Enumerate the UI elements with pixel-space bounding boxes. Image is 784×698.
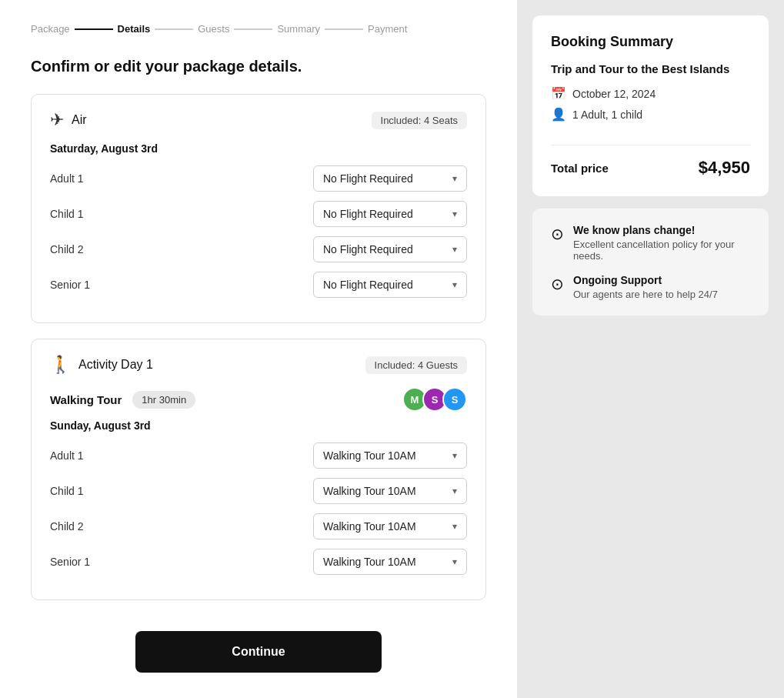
- left-panel: Package Details Guests Summary Payment C…: [0, 0, 517, 698]
- activity-guest-row-1: Child 1 Walking Tour 10AM ▾: [50, 478, 467, 504]
- air-guest-label-1: Child 1: [50, 208, 112, 220]
- air-guest-select-1[interactable]: No Flight Required ▾: [313, 201, 467, 227]
- step-guests: Guests: [198, 23, 229, 35]
- booking-date-row: 📅 October 12, 2024: [551, 86, 750, 101]
- chevron-down-icon: ▾: [452, 209, 457, 219]
- step-line-3: [234, 28, 272, 30]
- policy-text-0: We know plans change! Excellent cancella…: [573, 224, 750, 262]
- booking-summary-card: Booking Summary Trip and Tour to the Bes…: [532, 15, 769, 196]
- air-date: Saturday, August 3rd: [50, 142, 467, 155]
- step-summary: Summary: [277, 23, 320, 35]
- air-guest-select-3[interactable]: No Flight Required ▾: [313, 272, 467, 298]
- chevron-down-icon: ▾: [452, 173, 457, 184]
- air-guest-row-0: Adult 1 No Flight Required ▾: [50, 165, 467, 192]
- step-package: Package: [31, 23, 70, 35]
- policy-desc-0: Excellent cancellation policy for your n…: [573, 239, 750, 262]
- air-guest-row-3: Senior 1 No Flight Required ▾: [50, 272, 467, 298]
- chevron-down-icon: ▾: [452, 450, 457, 461]
- air-guest-label-2: Child 2: [50, 243, 112, 255]
- booking-guests: 1 Adult, 1 child: [572, 109, 642, 121]
- duration-badge: 1hr 30min: [132, 391, 195, 409]
- activity-section-header: 🚶 Activity Day 1 Included: 4 Guests: [50, 355, 467, 375]
- policy-item-1: ⊙ Ongoing Support Our agents are here to…: [551, 274, 750, 300]
- activity-guest-row-0: Adult 1 Walking Tour 10AM ▾: [50, 443, 467, 469]
- activity-badge: Included: 4 Guests: [365, 356, 467, 374]
- air-guest-select-2[interactable]: No Flight Required ▾: [313, 236, 467, 262]
- page-title: Confirm or edit your package details.: [31, 58, 486, 75]
- policy-title-1: Ongoing Support: [573, 274, 718, 286]
- policy-card: ⊙ We know plans change! Excellent cancel…: [532, 209, 769, 316]
- air-guest-select-0[interactable]: No Flight Required ▾: [313, 165, 467, 192]
- air-icon: ✈: [50, 110, 64, 130]
- avatars: M S S: [407, 387, 467, 412]
- chevron-down-icon: ▾: [452, 244, 457, 255]
- policy-desc-1: Our agents are here to help 24/7: [573, 289, 718, 300]
- air-header-left: ✈ Air: [50, 110, 87, 130]
- booking-guests-row: 👤 1 Adult, 1 child: [551, 107, 750, 122]
- policy-text-1: Ongoing Support Our agents are here to h…: [573, 274, 718, 300]
- chevron-down-icon: ▾: [452, 486, 457, 496]
- chevron-down-icon: ▾: [452, 556, 457, 567]
- activity-header-left: 🚶 Activity Day 1: [50, 355, 153, 375]
- activity-guest-row-2: Child 2 Walking Tour 10AM ▾: [50, 513, 467, 539]
- activity-icon: 🚶: [50, 355, 71, 375]
- avatar-s2: S: [442, 387, 467, 412]
- booking-summary-title: Booking Summary: [551, 34, 750, 50]
- air-section: ✈ Air Included: 4 Seats Saturday, August…: [31, 94, 486, 323]
- air-title: Air: [72, 113, 87, 127]
- air-guest-label-3: Senior 1: [50, 279, 112, 291]
- walking-tour-row: Walking Tour 1hr 30min M S S: [50, 387, 467, 412]
- activity-guest-label-2: Child 2: [50, 520, 112, 533]
- activity-guest-label-0: Adult 1: [50, 449, 112, 462]
- activity-guest-label-1: Child 1: [50, 485, 112, 497]
- right-panel: Booking Summary Trip and Tour to the Bes…: [517, 0, 784, 698]
- step-details: Details: [118, 23, 151, 35]
- calendar-icon: 📅: [551, 86, 566, 101]
- step-payment: Payment: [368, 23, 407, 35]
- total-row: Total price $4,950: [551, 145, 750, 178]
- check-icon-0: ⊙: [551, 225, 564, 243]
- activity-guest-select-0[interactable]: Walking Tour 10AM ▾: [313, 443, 467, 469]
- activity-guest-select-2[interactable]: Walking Tour 10AM ▾: [313, 513, 467, 539]
- policy-item-0: ⊙ We know plans change! Excellent cancel…: [551, 224, 750, 262]
- trip-title: Trip and Tour to the Best Islands: [551, 62, 750, 75]
- chevron-down-icon: ▾: [452, 279, 457, 290]
- step-line-2: [155, 28, 193, 30]
- step-line-1: [75, 28, 113, 30]
- total-label: Total price: [551, 162, 609, 175]
- air-badge: Included: 4 Seats: [372, 112, 467, 129]
- check-icon-1: ⊙: [551, 275, 564, 293]
- activity-guest-select-1[interactable]: Walking Tour 10AM ▾: [313, 478, 467, 504]
- activity-guest-label-3: Senior 1: [50, 556, 112, 568]
- air-guest-label-0: Adult 1: [50, 172, 112, 185]
- activity-date: Sunday, August 3rd: [50, 419, 467, 432]
- walking-tour-label: Walking Tour: [50, 393, 122, 406]
- policy-title-0: We know plans change!: [573, 224, 750, 236]
- stepper: Package Details Guests Summary Payment: [31, 23, 486, 35]
- air-section-header: ✈ Air Included: 4 Seats: [50, 110, 467, 130]
- air-guest-row-2: Child 2 No Flight Required ▾: [50, 236, 467, 262]
- chevron-down-icon: ▾: [452, 521, 457, 532]
- booking-date: October 12, 2024: [572, 88, 656, 100]
- activity-section: 🚶 Activity Day 1 Included: 4 Guests Walk…: [31, 339, 486, 600]
- person-icon: 👤: [551, 107, 566, 122]
- activity-guest-row-3: Senior 1 Walking Tour 10AM ▾: [50, 549, 467, 575]
- total-price: $4,950: [699, 158, 750, 178]
- step-line-4: [325, 28, 363, 30]
- activity-title: Activity Day 1: [78, 358, 153, 372]
- continue-button[interactable]: Continue: [135, 631, 382, 673]
- activity-guest-select-3[interactable]: Walking Tour 10AM ▾: [313, 549, 467, 575]
- air-guest-row-1: Child 1 No Flight Required ▾: [50, 201, 467, 227]
